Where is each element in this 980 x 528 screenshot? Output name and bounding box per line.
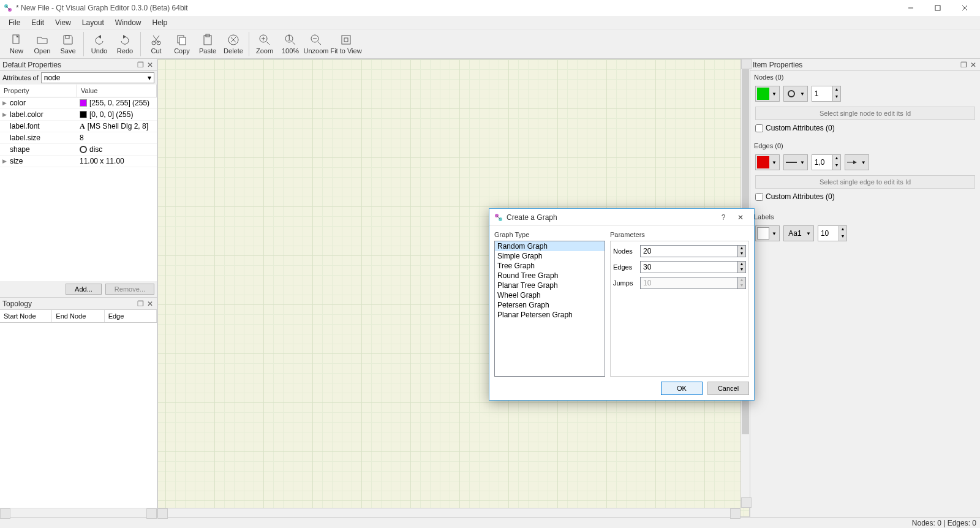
prop-row-color[interactable]: ▶color [255, 0, 255] (255) bbox=[0, 97, 157, 109]
save-button[interactable]: Save bbox=[55, 32, 81, 56]
param-nodes-input[interactable] bbox=[640, 245, 737, 257]
edge-color-picker[interactable]: ▼ bbox=[755, 154, 780, 170]
svg-rect-30 bbox=[342, 36, 350, 44]
chevron-down-icon: ▼ bbox=[771, 231, 778, 236]
param-edges-spinner[interactable]: ▲▼ bbox=[640, 261, 746, 273]
list-item[interactable]: Planar Petersen Graph bbox=[495, 310, 605, 320]
dialog-title-text: Create a Graph bbox=[507, 213, 557, 222]
list-item[interactable]: Round Tree Graph bbox=[495, 271, 605, 281]
prop-header-value[interactable]: Value bbox=[77, 85, 157, 97]
panel-float-icon[interactable]: ❐ bbox=[136, 300, 145, 308]
node-custom-attrs-checkbox[interactable] bbox=[755, 124, 763, 132]
label-size-input[interactable] bbox=[818, 225, 839, 241]
graph-type-listbox[interactable]: Random Graph Simple Graph Tree Graph Rou… bbox=[494, 241, 605, 377]
remove-property-button[interactable]: Remove... bbox=[105, 284, 154, 295]
edge-custom-attrs-checkbox[interactable] bbox=[755, 193, 763, 201]
prop-header-property[interactable]: Property bbox=[0, 85, 77, 97]
list-item[interactable]: Tree Graph bbox=[495, 261, 605, 271]
menu-window[interactable]: Window bbox=[110, 17, 146, 28]
edge-weight-input[interactable] bbox=[812, 154, 832, 170]
menu-help[interactable]: Help bbox=[148, 17, 173, 28]
list-item[interactable]: Wheel Graph bbox=[495, 290, 605, 300]
label-font-picker[interactable]: Aa1▼ bbox=[783, 225, 814, 241]
edges-group-title: Edges (0) bbox=[750, 140, 980, 152]
panel-close-icon[interactable]: ✕ bbox=[969, 61, 978, 69]
undo-button[interactable]: Undo bbox=[86, 32, 112, 56]
list-item[interactable]: Simple Graph bbox=[495, 251, 605, 261]
maximize-button[interactable] bbox=[930, 2, 946, 14]
panel-float-icon[interactable]: ❐ bbox=[136, 61, 145, 69]
chevron-down-icon: ▾ bbox=[148, 74, 151, 82]
node-fill-color-picker[interactable]: ▼ bbox=[755, 86, 780, 102]
chevron-down-icon: ▼ bbox=[771, 160, 778, 165]
item-properties-panel: Item Properties ❐ ✕ Nodes (0) ▼ ▼ ▲▼ Sel… bbox=[750, 59, 980, 517]
font-glyph-icon: A bbox=[80, 122, 85, 131]
param-edges-input[interactable] bbox=[640, 261, 737, 273]
prop-row-shape[interactable]: shape disc bbox=[0, 144, 157, 156]
disc-shape-icon bbox=[80, 146, 87, 153]
label-color-picker[interactable]: ▼ bbox=[755, 225, 780, 241]
node-size-input[interactable] bbox=[812, 86, 832, 102]
panel-float-icon[interactable]: ❐ bbox=[959, 61, 968, 69]
param-nodes-label: Nodes bbox=[613, 247, 638, 255]
label-size-spinner[interactable]: ▲▼ bbox=[818, 225, 847, 241]
open-button[interactable]: Open bbox=[29, 32, 55, 56]
list-item[interactable]: Petersen Graph bbox=[495, 300, 605, 310]
list-item[interactable]: Planar Tree Graph bbox=[495, 281, 605, 290]
zoom-button[interactable]: Zoom bbox=[252, 32, 277, 56]
chevron-down-icon: ▼ bbox=[799, 160, 806, 165]
menu-file[interactable]: File bbox=[4, 17, 25, 28]
edge-weight-spinner[interactable]: ▲▼ bbox=[812, 154, 841, 170]
node-hint: Select single node to edit its Id bbox=[755, 107, 975, 120]
dialog-close-button[interactable]: ✕ bbox=[732, 213, 749, 222]
prop-row-label-size[interactable]: label.size 8 bbox=[0, 132, 157, 144]
add-property-button[interactable]: Add... bbox=[66, 284, 102, 295]
redo-button[interactable]: Redo bbox=[112, 32, 138, 56]
svg-rect-8 bbox=[66, 36, 69, 39]
zoom-100-button[interactable]: 1100% bbox=[277, 32, 303, 56]
topology-table[interactable] bbox=[0, 323, 157, 508]
app-icon bbox=[4, 4, 12, 12]
fit-to-view-button[interactable]: Fit to View bbox=[329, 32, 363, 56]
menu-layout[interactable]: Layout bbox=[77, 17, 109, 28]
horizontal-scrollbar[interactable] bbox=[157, 508, 741, 517]
list-item[interactable]: Random Graph bbox=[495, 241, 605, 251]
cut-button[interactable]: Cut bbox=[143, 32, 169, 56]
delete-button[interactable]: Delete bbox=[221, 32, 246, 56]
menu-view[interactable]: View bbox=[50, 17, 76, 28]
default-properties-panel: Default Properties ❐ ✕ Attributes of nod… bbox=[0, 59, 157, 298]
item-properties-title: Item Properties bbox=[753, 61, 802, 69]
unzoom-button[interactable]: Unzoom bbox=[303, 32, 329, 56]
minimize-button[interactable] bbox=[903, 2, 919, 14]
panel-close-icon[interactable]: ✕ bbox=[146, 61, 154, 69]
dialog-help-button[interactable]: ? bbox=[715, 213, 732, 222]
edge-direction-picker[interactable]: ▼ bbox=[845, 154, 869, 170]
save-icon bbox=[61, 33, 75, 47]
menu-edit[interactable]: Edit bbox=[26, 17, 49, 28]
copy-button[interactable]: Copy bbox=[169, 32, 195, 56]
paste-button[interactable]: Paste bbox=[195, 32, 221, 56]
attributes-of-label: Attributes of bbox=[2, 74, 39, 81]
topo-header-start[interactable]: Start Node bbox=[0, 310, 52, 322]
panel-close-icon[interactable]: ✕ bbox=[146, 300, 154, 308]
ok-button[interactable]: OK bbox=[661, 382, 703, 395]
prop-row-label-color[interactable]: ▶label.color [0, 0, 0] (255) bbox=[0, 109, 157, 121]
node-size-spinner[interactable]: ▲▼ bbox=[812, 86, 841, 102]
graph-type-label: Graph Type bbox=[494, 231, 605, 238]
topo-header-end[interactable]: End Node bbox=[52, 310, 104, 322]
svg-line-2 bbox=[6, 6, 10, 10]
edge-style-picker[interactable]: ▼ bbox=[783, 154, 808, 170]
prop-row-size[interactable]: ▶size 11.00 x 11.00 bbox=[0, 156, 157, 167]
svg-rect-31 bbox=[344, 38, 348, 42]
cancel-button[interactable]: Cancel bbox=[707, 382, 749, 395]
param-edges-label: Edges bbox=[613, 263, 638, 271]
param-nodes-spinner[interactable]: ▲▼ bbox=[640, 245, 746, 257]
close-button[interactable] bbox=[957, 2, 973, 14]
attributes-of-select[interactable]: node ▾ bbox=[41, 72, 154, 83]
node-shape-picker[interactable]: ▼ bbox=[783, 86, 808, 102]
topo-header-edge[interactable]: Edge bbox=[105, 310, 157, 322]
horizontal-scrollbar[interactable] bbox=[0, 508, 157, 517]
new-button[interactable]: New bbox=[4, 32, 29, 56]
zoom-in-icon bbox=[258, 33, 271, 47]
prop-row-label-font[interactable]: label.font A[MS Shell Dlg 2, 8] bbox=[0, 121, 157, 132]
